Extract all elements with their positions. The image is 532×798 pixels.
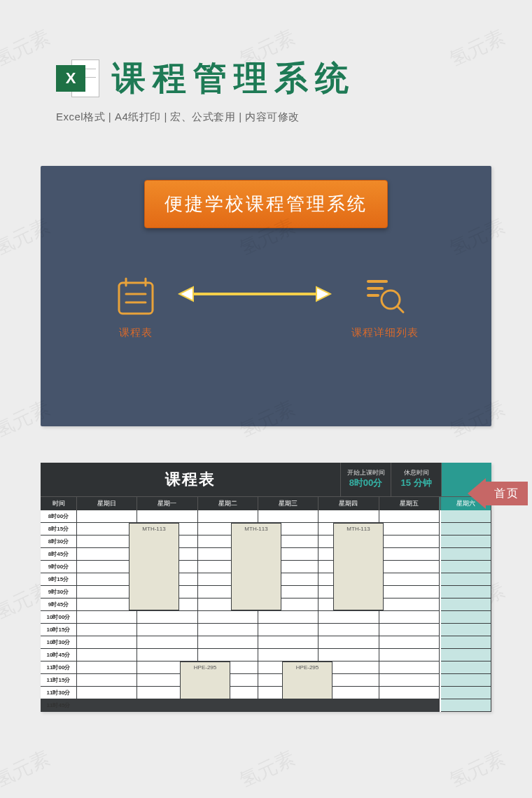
cell[interactable] <box>379 649 440 662</box>
time-cell: 9时15分 <box>41 573 77 586</box>
schedule-grid: 8时00分8时15分8时30分8时45分9时00分9时15分9时30分9时45分… <box>41 510 491 712</box>
schedule-link[interactable]: 课程表 <box>113 273 158 340</box>
cell[interactable] <box>137 624 197 636</box>
table-row: 11时30分 <box>41 687 491 699</box>
cell-sat[interactable] <box>441 624 491 636</box>
cell-sat[interactable] <box>441 536 491 548</box>
cell[interactable] <box>379 662 440 674</box>
cell[interactable] <box>137 510 197 523</box>
watermark: 氢元素 <box>235 745 300 794</box>
header-mon: 星期一 <box>137 496 197 510</box>
cell[interactable] <box>379 573 440 586</box>
cell[interactable] <box>379 687 440 699</box>
cell[interactable] <box>258 611 318 624</box>
cell[interactable] <box>77 649 137 662</box>
header-tue: 星期二 <box>198 496 258 510</box>
cell-sat[interactable] <box>441 699 491 712</box>
cell[interactable] <box>198 510 258 523</box>
calendar-icon <box>113 273 158 318</box>
course-block-hpe-thu[interactable]: HPE-295 <box>282 662 332 699</box>
cell[interactable] <box>379 510 440 523</box>
cell[interactable] <box>379 624 440 636</box>
home-arrow-label: 首页 <box>486 482 528 505</box>
cell-sat[interactable] <box>441 674 491 687</box>
cell-sat[interactable] <box>441 548 491 561</box>
cell[interactable] <box>379 611 440 624</box>
cell[interactable] <box>77 624 137 636</box>
detail-list-link[interactable]: 课程详细列表 <box>351 273 419 340</box>
cell-sat[interactable] <box>441 598 491 611</box>
table-row: 11时45分 <box>41 699 491 712</box>
svg-marker-6 <box>179 287 193 301</box>
cell[interactable] <box>379 674 440 687</box>
table-row: 10时45分 <box>41 649 491 662</box>
cell[interactable] <box>137 611 197 624</box>
arrow-left-icon <box>468 478 486 509</box>
cell[interactable] <box>318 699 379 712</box>
schedule-title: 课程表 <box>41 463 340 496</box>
cell[interactable] <box>137 636 197 649</box>
cell[interactable] <box>258 624 318 636</box>
cell[interactable] <box>318 611 379 624</box>
cell-sat[interactable] <box>441 561 491 573</box>
cell[interactable] <box>258 636 318 649</box>
cell[interactable] <box>258 649 318 662</box>
course-block-mth-fri[interactable]: MTH-113 <box>333 523 384 610</box>
cell[interactable] <box>379 636 440 649</box>
cell[interactable] <box>318 624 379 636</box>
cell[interactable] <box>77 687 137 699</box>
cell[interactable] <box>318 649 379 662</box>
home-arrow-button[interactable]: 首页 <box>468 478 528 509</box>
cell[interactable] <box>198 636 258 649</box>
cell[interactable] <box>77 699 137 712</box>
cell[interactable] <box>198 699 258 712</box>
page-subtitle: Excel格式 | A4纸打印 | 宏、公式套用 | 内容可修改 <box>0 111 532 138</box>
course-block-mth-wed[interactable]: MTH-113 <box>231 523 281 610</box>
cell[interactable] <box>379 561 440 573</box>
cell[interactable] <box>77 611 137 624</box>
table-row: 10时30分 <box>41 636 491 649</box>
schedule-panel: 首页 课程表 开始上课时间 8时00分 休息时间 15 分钟 时间 星期日 星期… <box>41 463 491 712</box>
cell-sat[interactable] <box>441 687 491 699</box>
time-cell: 9时00分 <box>41 561 77 573</box>
cell-sat[interactable] <box>441 636 491 649</box>
watermark: 氢元素 <box>445 745 510 794</box>
cell[interactable] <box>258 510 318 523</box>
cell[interactable] <box>258 699 318 712</box>
cell[interactable] <box>379 598 440 611</box>
cell[interactable] <box>77 674 137 687</box>
cell[interactable] <box>77 510 137 523</box>
cell[interactable] <box>379 699 440 712</box>
header-time: 时间 <box>41 496 77 510</box>
cell[interactable] <box>379 586 440 598</box>
header-fri: 星期五 <box>379 496 440 510</box>
time-cell: 11时15分 <box>41 674 77 687</box>
cell-sat[interactable] <box>441 586 491 598</box>
cell[interactable] <box>137 699 197 712</box>
cell[interactable] <box>379 523 440 536</box>
cell[interactable] <box>379 536 440 548</box>
cell[interactable] <box>198 649 258 662</box>
cell[interactable] <box>77 662 137 674</box>
cell[interactable] <box>318 510 379 523</box>
table-row: 10时00分 <box>41 611 491 624</box>
course-block-hpe-tue[interactable]: HPE-295 <box>180 662 230 699</box>
time-cell: 8时00分 <box>41 510 77 523</box>
detail-list-label: 课程详细列表 <box>351 326 419 340</box>
cell-sat[interactable] <box>441 649 491 662</box>
cell[interactable] <box>198 611 258 624</box>
cell[interactable] <box>137 649 197 662</box>
break-time-cell: 休息时间 15 分钟 <box>391 463 441 496</box>
cell-sat[interactable] <box>441 523 491 536</box>
cell[interactable] <box>198 624 258 636</box>
cell[interactable] <box>379 548 440 561</box>
cell-sat[interactable] <box>441 611 491 624</box>
time-cell: 11时45分 <box>41 699 77 712</box>
cell-sat[interactable] <box>441 662 491 674</box>
cell-sat[interactable] <box>441 510 491 523</box>
double-arrow-icon <box>178 286 332 302</box>
cell[interactable] <box>77 636 137 649</box>
cell[interactable] <box>318 636 379 649</box>
course-block-mth-mon[interactable]: MTH-113 <box>129 523 179 610</box>
cell-sat[interactable] <box>441 573 491 586</box>
